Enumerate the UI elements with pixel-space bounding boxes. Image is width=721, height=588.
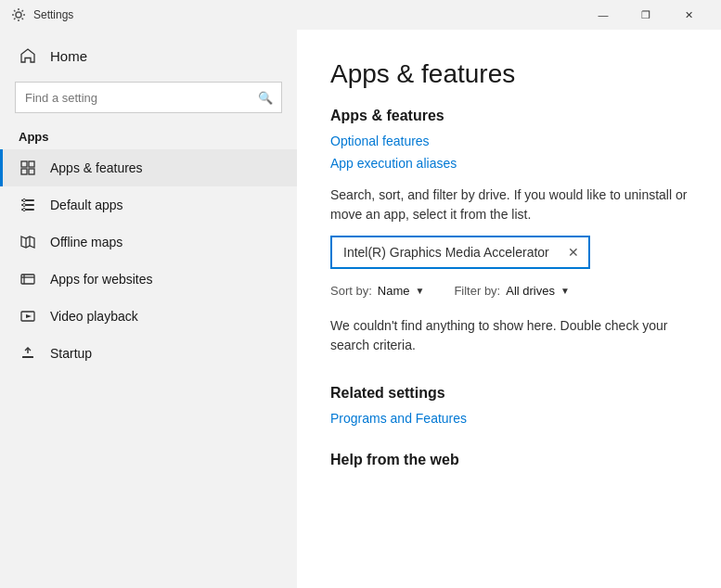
description-text: Search, sort, and filter by drive. If yo… xyxy=(330,185,688,224)
startup-label: Startup xyxy=(50,346,92,361)
main-content: Apps & features Apps & features Optional… xyxy=(297,30,721,588)
apps-features-icon xyxy=(19,159,37,177)
svg-rect-4 xyxy=(29,169,34,174)
sidebar-item-video-playback[interactable]: Video playback xyxy=(0,298,297,335)
startup-icon xyxy=(19,344,37,363)
related-settings-title: Related settings xyxy=(330,385,688,402)
app-title: Settings xyxy=(33,8,73,21)
sidebar-item-apps-features[interactable]: Apps & features xyxy=(0,149,297,186)
video-playback-label: Video playback xyxy=(50,309,138,324)
apps-websites-icon xyxy=(19,270,37,288)
section-title: Apps & features xyxy=(330,108,688,124)
filter-by-label: Filter by: xyxy=(454,284,500,298)
sidebar-item-apps-websites[interactable]: Apps for websites xyxy=(0,261,297,298)
sidebar-item-default-apps[interactable]: Default apps xyxy=(0,186,297,224)
sort-filter-row: Sort by: Name ▼ Filter by: All drives ▼ xyxy=(330,284,688,298)
maximize-button[interactable]: ❐ xyxy=(624,0,667,30)
title-bar-controls: — ❐ ✕ xyxy=(582,0,710,30)
default-apps-label: Default apps xyxy=(50,198,123,212)
app-container: Home 🔍 Apps Apps & features xyxy=(0,30,721,588)
title-bar-left: Settings xyxy=(11,7,73,22)
search-clear-button[interactable]: ✕ xyxy=(564,243,583,262)
svg-rect-2 xyxy=(29,161,34,167)
search-input[interactable] xyxy=(15,82,282,113)
help-from-web-title: Help from the web xyxy=(330,452,688,468)
sort-dropdown-arrow: ▼ xyxy=(415,286,424,296)
filter-by-control[interactable]: Filter by: All drives ▼ xyxy=(454,284,570,298)
svg-marker-11 xyxy=(21,236,34,248)
sort-by-value: Name xyxy=(378,284,410,298)
programs-features-link[interactable]: Programs and Features xyxy=(330,411,688,426)
filter-by-value: All drives xyxy=(506,284,555,298)
default-apps-icon xyxy=(19,196,37,214)
sidebar-search: 🔍 xyxy=(15,82,282,113)
svg-marker-18 xyxy=(26,314,32,318)
apps-features-label: Apps & features xyxy=(50,160,143,175)
search-icon: 🔍 xyxy=(258,91,273,105)
optional-features-link[interactable]: Optional features xyxy=(330,134,688,148)
sidebar-item-startup[interactable]: Startup xyxy=(0,335,297,372)
app-search-container: ✕ xyxy=(330,236,590,269)
offline-maps-label: Offline maps xyxy=(50,235,122,249)
sidebar-item-offline-maps[interactable]: Offline maps xyxy=(0,224,297,261)
sidebar: Home 🔍 Apps Apps & features xyxy=(0,30,297,588)
video-playback-icon xyxy=(19,307,37,326)
minimize-button[interactable]: — xyxy=(582,0,624,30)
svg-rect-14 xyxy=(21,275,34,284)
app-search-input[interactable] xyxy=(330,236,590,269)
sort-by-label: Sort by: xyxy=(330,284,372,298)
svg-rect-1 xyxy=(21,161,27,167)
title-bar: Settings — ❐ ✕ xyxy=(0,0,721,30)
sidebar-home-item[interactable]: Home xyxy=(0,37,297,74)
page-title: Apps & features xyxy=(330,59,688,89)
offline-maps-icon xyxy=(19,233,37,251)
svg-point-0 xyxy=(16,12,21,18)
home-icon xyxy=(19,46,37,65)
app-execution-link[interactable]: App execution aliases xyxy=(330,156,688,171)
sort-by-control[interactable]: Sort by: Name ▼ xyxy=(330,284,424,298)
svg-point-10 xyxy=(23,209,26,211)
apps-websites-label: Apps for websites xyxy=(50,272,153,287)
empty-message: We couldn't find anything to show here. … xyxy=(330,316,688,355)
filter-dropdown-arrow: ▼ xyxy=(560,286,570,296)
svg-point-8 xyxy=(23,199,26,202)
svg-rect-3 xyxy=(21,169,27,174)
svg-rect-19 xyxy=(22,356,33,358)
settings-app-icon xyxy=(11,7,26,22)
home-label: Home xyxy=(50,48,87,64)
sidebar-section-label: Apps xyxy=(0,124,297,149)
svg-point-9 xyxy=(23,204,26,207)
close-button[interactable]: ✕ xyxy=(667,0,710,30)
